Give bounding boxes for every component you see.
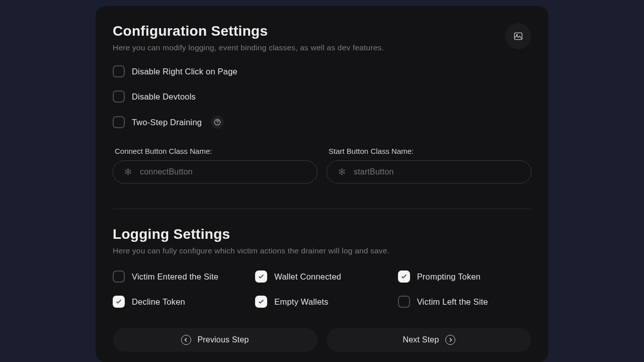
logging-options-grid: Victim Entered the Site Wallet Connected… (113, 270, 531, 308)
image-icon (513, 31, 523, 41)
previous-step-label: Previous Step (197, 335, 249, 344)
svg-point-3 (217, 124, 218, 124)
nav-buttons: Previous Step Next Step (113, 328, 531, 352)
label-wallet-connected: Wallet Connected (274, 272, 341, 282)
start-input[interactable] (354, 167, 522, 176)
label-entered: Victim Entered the Site (132, 272, 218, 282)
question-icon (214, 119, 221, 126)
checkbox-wallet-connected[interactable] (255, 270, 267, 283)
option-entered: Victim Entered the Site (113, 270, 246, 283)
config-title: Configuration Settings (113, 23, 384, 39)
logging-title: Logging Settings (113, 226, 531, 242)
logging-header: Logging Settings Here you can fully conf… (113, 226, 531, 255)
help-two-step-icon[interactable] (211, 116, 224, 129)
label-empty-wallets: Empty Wallets (274, 297, 328, 307)
settings-panel: Configuration Settings Here you can modi… (96, 6, 548, 362)
start-field-label: Start Button Class Name: (327, 147, 531, 155)
start-field: Start Button Class Name: ✻ (327, 147, 531, 184)
required-star-icon: ✻ (124, 166, 132, 177)
checkbox-empty-wallets[interactable] (255, 296, 267, 308)
arrow-right-icon (445, 335, 455, 345)
config-title-block: Configuration Settings Here you can modi… (113, 23, 384, 52)
config-options: Disable Right Click on Page Disable Devt… (113, 65, 531, 129)
checkbox-two-step-draining[interactable] (113, 116, 125, 128)
label-prompt-token: Prompting Token (417, 272, 481, 282)
option-wallet-connected: Wallet Connected (255, 270, 388, 283)
checkbox-decline-token[interactable] (113, 296, 125, 308)
next-step-label: Next Step (403, 335, 439, 344)
option-prompt-token: Prompting Token (398, 270, 531, 283)
option-two-step-draining: Two-Step Draining (113, 116, 531, 129)
option-disable-devtools: Disable Devtools (113, 90, 531, 103)
checkbox-disable-right-click[interactable] (113, 65, 125, 77)
logging-subtitle: Here you can fully configure which victi… (113, 246, 531, 255)
connect-field: Connect Button Class Name: ✻ (113, 147, 317, 184)
section-divider (113, 209, 531, 209)
connect-field-label: Connect Button Class Name: (113, 147, 317, 155)
label-disable-devtools: Disable Devtools (132, 92, 196, 102)
checkbox-entered[interactable] (113, 270, 125, 283)
start-input-wrap: ✻ (327, 160, 531, 184)
connect-input[interactable] (140, 167, 308, 176)
class-name-fields: Connect Button Class Name: ✻ Start Butto… (113, 147, 531, 184)
arrow-left-icon (181, 335, 191, 345)
checkbox-left-site[interactable] (398, 296, 410, 308)
label-left-site: Victim Left the Site (417, 297, 488, 307)
option-left-site: Victim Left the Site (398, 296, 531, 308)
label-disable-right-click: Disable Right Click on Page (132, 67, 237, 76)
svg-rect-0 (515, 33, 522, 39)
option-empty-wallets: Empty Wallets (255, 296, 388, 308)
option-decline-token: Decline Token (113, 296, 246, 308)
option-disable-right-click: Disable Right Click on Page (113, 65, 531, 77)
image-icon-button[interactable] (505, 23, 531, 49)
checkbox-disable-devtools[interactable] (113, 90, 125, 103)
svg-point-1 (516, 34, 517, 35)
label-decline-token: Decline Token (132, 297, 185, 307)
previous-step-button[interactable]: Previous Step (113, 328, 317, 352)
label-two-step-draining: Two-Step Draining (132, 118, 202, 127)
config-header: Configuration Settings Here you can modi… (113, 23, 531, 52)
checkbox-prompt-token[interactable] (398, 270, 410, 283)
connect-input-wrap: ✻ (113, 160, 317, 184)
required-star-icon: ✻ (338, 166, 346, 177)
config-subtitle: Here you can modify logging, event bindi… (113, 43, 384, 52)
next-step-button[interactable]: Next Step (327, 328, 531, 352)
